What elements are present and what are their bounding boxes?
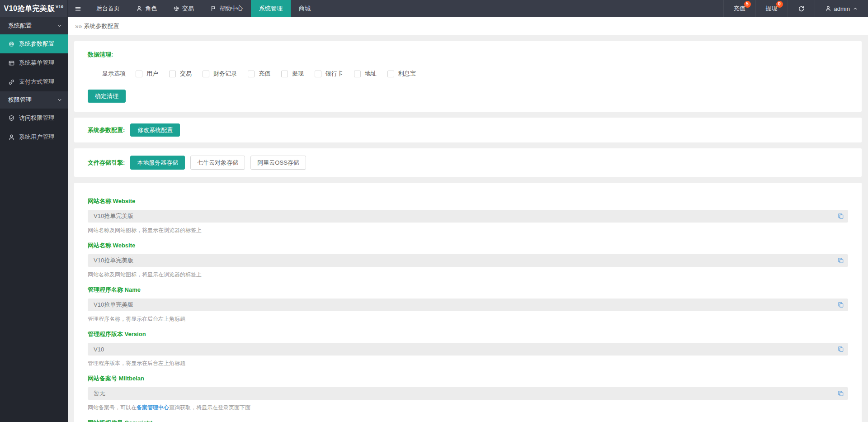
checkbox[interactable] [387,71,394,77]
refresh-icon [798,5,805,12]
person-icon [825,5,831,12]
options-row-label: 显示选项 [102,70,126,78]
checkbox-option-address[interactable]: 地址 [354,70,377,78]
icp-number-input[interactable]: 暂无 [88,387,848,400]
field-copyright: 网站版权信息 Copyright ©版权所有 创梦源码 网站版权信息，在后台登录… [88,419,848,422]
checkbox[interactable] [315,71,321,77]
person-icon [8,134,15,141]
withdraw-label: 提现 [766,5,778,13]
field-value: 暂无 [94,389,105,398]
checkbox-option-trade[interactable]: 交易 [169,70,192,78]
data-clean-options-row: 显示选项 用户 交易 财务记录 充值 [102,70,848,78]
sidebar-item-payment-methods[interactable]: 支付方式管理 [0,72,68,91]
navbar-right: 充值 5 提现 0 admin [723,0,868,17]
user-menu[interactable]: admin [815,0,868,17]
field-help: 网站名称及网站图标，将显示在浏览器的标签上 [88,271,848,279]
nav-item-trade[interactable]: 交易 [165,0,202,17]
nav-item-help-center[interactable]: 帮助中心 [202,0,251,17]
app-logo-text: V10抢单完美版 [4,4,55,14]
admin-name-input[interactable]: V10抢单完美版 [88,299,848,311]
copy-button[interactable] [837,257,844,264]
sidebar-section-permissions[interactable]: 权限管理 [0,91,68,109]
confirm-clean-button[interactable]: 确定清理 [88,90,126,103]
sidebar-item-label: 系统用户管理 [19,133,54,141]
recharge-badge: 5 [744,1,751,8]
withdraw-button[interactable]: 提现 0 [755,0,788,17]
settings-form-card: 网站名称 Website V10抢单完美版 网站名称及网站图标，将显示在浏览器的… [74,183,862,422]
storage-option-local-button[interactable]: 本地服务器存储 [130,156,185,170]
breadcrumb-current: 系统参数配置 [84,22,119,30]
checkbox-label: 财务记录 [213,70,237,78]
checkbox-option-bank-card[interactable]: 银行卡 [315,70,343,78]
refresh-button[interactable] [788,0,815,17]
checkbox-label: 提现 [292,70,304,78]
website-name-input-2[interactable]: V10抢单完美版 [88,254,848,267]
checkbox-option-withdraw[interactable]: 提现 [281,70,304,78]
copy-button[interactable] [837,302,844,308]
copy-button[interactable] [837,390,844,397]
nav-item-label: 商城 [299,5,311,13]
field-help: 管理程序名称，将显示在后台左上角标题 [88,315,848,323]
sidebar-item-system-users[interactable]: 系统用户管理 [0,128,68,147]
checkbox[interactable] [248,71,255,77]
breadcrumb: »» 系统参数配置 [68,17,868,35]
checkbox-option-finance-records[interactable]: 财务记录 [203,70,237,78]
checkbox[interactable] [169,71,176,77]
field-label: 管理程序名称 Name [88,286,848,294]
app-logo-version: V10 [56,5,64,9]
sidebar-item-label: 访问权限管理 [19,114,54,122]
beian-center-link[interactable]: 备案管理中心 [137,404,169,411]
field-website-name-1: 网站名称 Website V10抢单完美版 网站名称及网站图标，将显示在浏览器的… [88,197,848,234]
nav-item-label: 后台首页 [96,5,120,13]
top-navbar: V10抢单完美版V10 后台首页 角色 交易 帮助中心 系统管理 商城 充值 5… [0,0,868,17]
field-admin-name: 管理程序名称 Name V10抢单完美版 管理程序名称，将显示在后台左上角标题 [88,286,848,323]
sidebar-section-label: 权限管理 [8,96,32,104]
nav-item-label: 帮助中心 [219,5,243,13]
recharge-label: 充值 [734,5,745,13]
sidebar-section-system-config[interactable]: 系统配置 [0,17,68,34]
main-area: »» 系统参数配置 数据清理: 显示选项 用户 交易 财务记录 [68,0,868,422]
field-label: 网站名称 Website [88,242,848,250]
nav-item-mall[interactable]: 商城 [291,0,319,17]
copy-icon [837,213,844,220]
sidebar-item-system-menu[interactable]: 系统菜单管理 [0,53,68,72]
checkbox-label: 充值 [259,70,270,78]
nav-item-label: 交易 [182,5,194,13]
chevron-down-icon [57,23,62,28]
modify-system-config-button[interactable]: 修改系统配置 [130,123,180,137]
checkbox-option-user[interactable]: 用户 [136,70,158,78]
sidebar-item-access-permissions[interactable]: 访问权限管理 [0,109,68,128]
storage-option-qiniu-button[interactable]: 七牛云对象存储 [190,156,245,170]
website-name-input[interactable]: V10抢单完美版 [88,210,848,223]
chevron-down-icon [57,97,62,103]
checkbox[interactable] [354,71,361,77]
checkbox-label: 利息宝 [398,70,416,78]
data-clean-title: 数据清理: [88,51,848,59]
checkbox-label: 银行卡 [326,70,343,78]
nav-item-system-management[interactable]: 系统管理 [251,0,291,17]
sidebar-toggle-button[interactable] [68,0,88,17]
admin-version-input[interactable]: V10 [88,343,848,356]
copy-icon [837,302,844,308]
page-content: 数据清理: 显示选项 用户 交易 财务记录 充值 [68,35,868,422]
help-text: 查询获取，将显示在登录页面下面 [169,404,250,411]
checkbox-option-recharge[interactable]: 充值 [248,70,270,78]
field-label: 网站版权信息 Copyright [88,419,848,422]
hamburger-icon [75,5,81,12]
copy-button[interactable] [837,213,844,220]
storage-option-aliyun-oss-button[interactable]: 阿里云OSS存储 [250,156,306,170]
nav-item-roles[interactable]: 角色 [128,0,165,17]
nav-item-home[interactable]: 后台首页 [88,0,128,17]
checkbox[interactable] [281,71,288,77]
withdraw-badge: 0 [776,1,783,8]
chevron-up-icon [853,6,858,11]
recharge-button[interactable]: 充值 5 [723,0,755,17]
checkbox[interactable] [203,71,209,77]
checkbox-label: 地址 [365,70,377,78]
sidebar-item-system-params[interactable]: 系统参数配置 [0,34,68,53]
checkbox[interactable] [136,71,142,77]
field-value: V10抢单完美版 [94,256,133,265]
field-label: 网站名称 Website [88,197,848,205]
checkbox-option-interest[interactable]: 利息宝 [387,70,416,78]
copy-button[interactable] [837,346,844,353]
